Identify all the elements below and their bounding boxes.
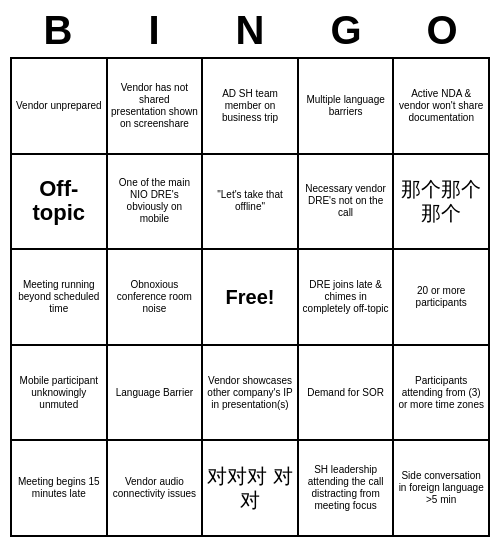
cell-r1c0: Off-topic <box>11 154 107 250</box>
cell-r0c1: Vendor has not shared presentation shown… <box>107 58 203 154</box>
bingo-header: BINGO <box>10 0 490 57</box>
cell-r1c1: One of the main NIO DRE's obviously on m… <box>107 154 203 250</box>
cell-r2c4: 20 or more participants <box>393 249 489 345</box>
cell-r1c4: 那个那个那个 <box>393 154 489 250</box>
header-letter-n: N <box>206 8 294 53</box>
header-letter-i: I <box>110 8 198 53</box>
cell-r4c0: Meeting begins 15 minutes late <box>11 440 107 536</box>
cell-r1c3: Necessary vendor DRE's not on the call <box>298 154 394 250</box>
cell-r3c3: Demand for SOR <box>298 345 394 441</box>
cell-r4c1: Vendor audio connectivity issues <box>107 440 203 536</box>
cell-r3c2: Vendor showcases other company's IP in p… <box>202 345 298 441</box>
cell-r4c4: Side conversation in foreign language >5… <box>393 440 489 536</box>
cell-r2c1: Obnoxious conference room noise <box>107 249 203 345</box>
cell-r3c1: Language Barrier <box>107 345 203 441</box>
cell-r3c0: Mobile participant unknowingly unmuted <box>11 345 107 441</box>
header-letter-b: B <box>14 8 102 53</box>
header-letter-g: G <box>302 8 390 53</box>
cell-r2c2: Free! <box>202 249 298 345</box>
cell-r0c4: Active NDA & vendor won't share document… <box>393 58 489 154</box>
cell-r3c4: Participants attending from (3) or more … <box>393 345 489 441</box>
cell-r4c2: 对对对 对对 <box>202 440 298 536</box>
cell-r1c2: "Let's take that offline" <box>202 154 298 250</box>
cell-r2c3: DRE joins late & chimes in completely of… <box>298 249 394 345</box>
cell-r0c2: AD SH team member on business trip <box>202 58 298 154</box>
cell-r2c0: Meeting running beyond scheduled time <box>11 249 107 345</box>
cell-r4c3: SH leadership attending the call distrac… <box>298 440 394 536</box>
bingo-grid: Vendor unpreparedVendor has not shared p… <box>10 57 490 537</box>
cell-r0c0: Vendor unprepared <box>11 58 107 154</box>
cell-r0c3: Multiple language barriers <box>298 58 394 154</box>
header-letter-o: O <box>398 8 486 53</box>
